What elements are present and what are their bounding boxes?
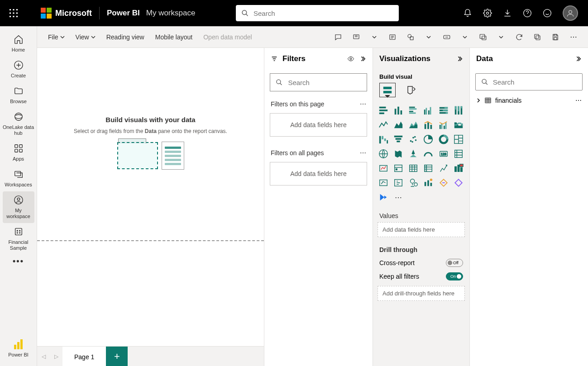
nav-create[interactable]: Create (3, 57, 34, 82)
viz-pie-icon[interactable] (422, 133, 434, 145)
viz-line-stacked-column-icon[interactable] (422, 119, 434, 131)
ribbon-buttons-icon[interactable] (439, 29, 455, 45)
viz-clustered-bar-icon[interactable] (407, 105, 419, 116)
ribbon-file[interactable]: File (43, 31, 69, 43)
viz-100-stacked-column-icon[interactable] (453, 105, 464, 116)
more-icon[interactable]: ⋯ (360, 100, 366, 108)
viz-r-visual-icon[interactable] (438, 162, 449, 174)
viz-stacked-column-icon[interactable] (392, 105, 404, 116)
viz-azure-map-icon[interactable] (407, 148, 419, 160)
nav-browse[interactable]: Browse (3, 82, 34, 108)
filters-search[interactable] (270, 73, 367, 91)
viz-scatter-icon[interactable] (407, 133, 419, 145)
viz-py-visual-icon[interactable] (453, 162, 464, 174)
viz-stacked-area-icon[interactable] (407, 119, 419, 131)
viz-gauge-icon[interactable] (422, 148, 434, 160)
viz-ribbon-icon[interactable] (453, 119, 464, 131)
viz-paginated-icon[interactable] (438, 177, 449, 189)
nav-workspaces[interactable]: Workspaces (3, 166, 34, 191)
viz-smart-narrative-icon[interactable] (422, 177, 434, 189)
filters-on-page-drop[interactable]: Add data fields here (270, 113, 367, 137)
ribbon-visual-icon[interactable] (475, 29, 491, 45)
more-icon[interactable]: ⋯ (360, 149, 366, 157)
collapse-icon[interactable] (574, 55, 582, 62)
ribbon-comment-icon[interactable] (330, 29, 346, 45)
data-search[interactable] (475, 73, 583, 90)
viz-multi-row-card-icon[interactable] (453, 148, 464, 160)
eye-icon[interactable] (347, 55, 354, 62)
chevron-down-icon[interactable] (493, 29, 509, 45)
global-search-input[interactable] (253, 10, 393, 17)
workspace-breadcrumb[interactable]: My workspace (146, 9, 196, 18)
nav-home[interactable]: Home (3, 31, 34, 57)
viz-filled-map-icon[interactable] (392, 148, 404, 160)
viz-power-apps-icon[interactable] (453, 177, 464, 189)
viz-clustered-column-icon[interactable] (422, 105, 434, 116)
chevron-down-icon[interactable] (421, 29, 437, 45)
viz-line-clustered-column-icon[interactable] (438, 119, 449, 131)
viz-more-visuals-icon[interactable]: ⋯ (392, 191, 404, 203)
viz-area-icon[interactable] (392, 119, 404, 131)
viz-kpi-icon[interactable] (378, 162, 389, 174)
chevron-down-icon[interactable] (366, 29, 382, 45)
help-icon[interactable] (523, 9, 532, 18)
ribbon-reading-view[interactable]: Reading view (102, 31, 149, 43)
viz-qa-icon[interactable] (407, 177, 419, 189)
viz-donut-icon[interactable] (438, 133, 449, 145)
ribbon-duplicate-icon[interactable] (529, 29, 545, 45)
nav-powerbi[interactable]: Power BI (3, 336, 34, 361)
viz-key-influencers-icon[interactable] (378, 177, 389, 189)
ribbon-view[interactable]: View (71, 31, 100, 43)
account-avatar[interactable] (563, 5, 578, 21)
drill-through-drop[interactable]: Add drill-through fields here (378, 286, 465, 301)
nav-financial-sample[interactable]: Financial Sample (3, 223, 34, 255)
viz-slicer-icon[interactable] (392, 162, 404, 174)
nav-apps[interactable]: Apps (3, 140, 34, 166)
data-table-financials[interactable]: financials ⋯ (470, 94, 588, 107)
filters-all-pages-drop[interactable]: Add data fields here (270, 162, 367, 185)
viz-card-icon[interactable]: 123 (438, 148, 449, 160)
page-next-icon[interactable]: ▷ (50, 347, 62, 366)
nav-more[interactable]: ••• (3, 255, 34, 268)
format-visual-tab[interactable] (403, 83, 419, 97)
report-canvas[interactable]: Build visuals with your data Select or d… (37, 48, 264, 346)
download-icon[interactable] (503, 9, 512, 18)
viz-stacked-bar-icon[interactable] (378, 105, 389, 116)
viz-power-automate-icon[interactable] (378, 191, 389, 203)
product-label[interactable]: Power BI (107, 9, 140, 18)
ribbon-mobile-layout[interactable]: Mobile layout (151, 31, 197, 43)
microsoft-logo[interactable]: Microsoft (41, 8, 92, 19)
ribbon-refresh-icon[interactable] (511, 29, 527, 45)
nav-my-workspace[interactable]: My workspace (3, 191, 34, 223)
chevron-down-icon[interactable] (457, 29, 473, 45)
settings-icon[interactable] (483, 9, 492, 18)
ribbon-bookmark-icon[interactable] (348, 29, 364, 45)
ribbon-shapes-icon[interactable] (402, 29, 419, 45)
more-icon[interactable]: ⋯ (575, 97, 582, 104)
data-search-input[interactable] (493, 78, 577, 86)
keep-filters-toggle[interactable]: On (446, 272, 463, 280)
page-prev-icon[interactable]: ◁ (37, 347, 50, 366)
feedback-icon[interactable] (543, 9, 552, 18)
ribbon-more-icon[interactable] (565, 29, 582, 45)
viz-table-icon[interactable] (407, 162, 419, 174)
viz-funnel-icon[interactable] (392, 133, 404, 145)
values-drop[interactable]: Add data fields here (378, 222, 465, 237)
viz-decomp-tree-icon[interactable] (392, 177, 404, 189)
filters-search-input[interactable] (288, 79, 361, 86)
viz-map-icon[interactable] (378, 148, 389, 160)
viz-matrix-icon[interactable] (422, 162, 434, 174)
page-tab-1[interactable]: Page 1 (62, 347, 106, 366)
viz-waterfall-icon[interactable] (378, 133, 389, 145)
nav-onelake[interactable]: OneLake data hub (3, 108, 34, 140)
collapse-icon[interactable] (456, 55, 463, 62)
viz-line-icon[interactable] (378, 119, 389, 131)
collapse-icon[interactable] (359, 55, 366, 62)
cross-report-toggle[interactable]: Off (446, 259, 463, 267)
build-visual-tab[interactable] (379, 83, 396, 97)
add-page-button[interactable]: + (106, 347, 128, 366)
ribbon-text-icon[interactable] (384, 29, 401, 45)
viz-100-stacked-bar-icon[interactable] (438, 105, 449, 116)
viz-treemap-icon[interactable] (453, 133, 464, 145)
global-search[interactable] (236, 5, 399, 21)
